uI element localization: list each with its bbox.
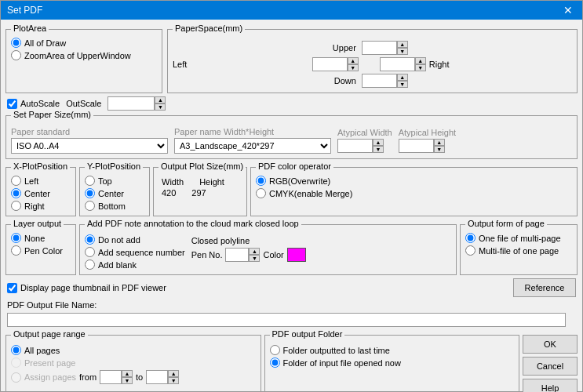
- right-up-btn[interactable]: ▲: [415, 57, 426, 64]
- from-value[interactable]: 1: [100, 370, 122, 384]
- folder-last-radio[interactable]: Folder outputted to last time: [270, 345, 515, 355]
- plot-all-input[interactable]: [11, 38, 21, 48]
- outscale-down-btn[interactable]: ▼: [155, 103, 166, 111]
- thumbnail-checkbox[interactable]: Display page thumbnail in PDF viewer: [7, 283, 166, 293]
- yplot-bottom-input[interactable]: [85, 201, 95, 211]
- right-down-btn[interactable]: ▼: [415, 64, 426, 71]
- yplot-top-radio[interactable]: Top: [85, 176, 144, 186]
- down-up-btn[interactable]: ▲: [397, 74, 408, 81]
- page-range-inner: All pages Present page Assign pages from…: [11, 345, 256, 384]
- atypical-height-up[interactable]: ▲: [434, 139, 445, 146]
- pages-all-radio[interactable]: All pages: [11, 345, 256, 355]
- layer-pencolor-radio[interactable]: Pen Color: [11, 245, 71, 256]
- xplot-left-radio[interactable]: Left: [11, 176, 71, 186]
- to-down[interactable]: ▼: [168, 377, 179, 384]
- note-donot-input[interactable]: [85, 234, 95, 245]
- paper-standard-select[interactable]: ISO A0..A4: [11, 138, 168, 154]
- row7-path: C:\Temp\DEMO.pdf: [5, 313, 578, 327]
- note-blank-radio[interactable]: Add blank: [85, 260, 185, 270]
- autoscale-checkbox[interactable]: AutoScale: [7, 99, 60, 109]
- upper-value[interactable]: 0: [362, 41, 397, 55]
- folder-input-radio[interactable]: Folder of input file opened now: [270, 358, 515, 368]
- output-multifile-radio[interactable]: Multi-file of one page: [465, 245, 572, 256]
- xplot-right-input[interactable]: [11, 201, 21, 211]
- output-form-title: Output form of page: [465, 219, 547, 228]
- upper-up-btn[interactable]: ▲: [397, 41, 408, 48]
- paper-size-group: Set Paper Size(mm) Paper standard ISO A0…: [5, 115, 578, 159]
- layer-none-radio[interactable]: None: [11, 233, 71, 243]
- xplot-left-input[interactable]: [11, 176, 21, 186]
- color-swatch[interactable]: [287, 248, 306, 262]
- ok-button[interactable]: OK: [523, 335, 578, 354]
- paper-size-title: Set Paper Size(mm): [11, 110, 93, 119]
- from-down[interactable]: ▼: [122, 377, 133, 384]
- down-value[interactable]: 0: [362, 74, 397, 88]
- down-spinner: 0 ▲ ▼: [362, 74, 377, 88]
- atypical-width-up[interactable]: ▲: [373, 139, 384, 146]
- outscale-value[interactable]: 0.7051: [107, 96, 155, 111]
- xplot-center-input[interactable]: [11, 188, 21, 198]
- pdf-cmyk-radio[interactable]: CMYK(enable Merge): [256, 188, 572, 198]
- xplot-center-radio[interactable]: Center: [11, 188, 71, 198]
- left-value[interactable]: 0: [312, 57, 348, 71]
- reference-button[interactable]: Reference: [513, 278, 576, 297]
- thumbnail-input[interactable]: [7, 283, 17, 293]
- left-spinner: 0 ▲ ▼: [312, 57, 359, 71]
- autoscale-input[interactable]: [7, 99, 17, 109]
- yplot-bottom-radio[interactable]: Bottom: [85, 201, 144, 211]
- pages-all-input[interactable]: [11, 345, 21, 355]
- to-value[interactable]: 1: [146, 370, 168, 384]
- pdf-cmyk-input[interactable]: [256, 188, 266, 198]
- down-down-btn[interactable]: ▼: [397, 81, 408, 88]
- color-label: Color: [263, 250, 283, 260]
- pdf-rgb-radio[interactable]: RGB(Overwrite): [256, 176, 572, 186]
- note-donot-radio[interactable]: Do not add: [85, 234, 185, 245]
- outscale-spinner: 0.7051 ▲ ▼: [107, 96, 166, 111]
- cancel-button[interactable]: Cancel: [523, 357, 578, 376]
- atypical-height-label: Atypical Height: [399, 128, 456, 137]
- pen-no-value[interactable]: 6: [225, 248, 249, 262]
- layer-pencolor-input[interactable]: [11, 245, 21, 256]
- plot-zoom-input[interactable]: [11, 50, 21, 60]
- folder-last-input[interactable]: [270, 345, 280, 355]
- right-value[interactable]: 0: [380, 57, 415, 71]
- pdf-rgb-input[interactable]: [256, 176, 266, 186]
- plot-zoom-radio[interactable]: ZoomArea of UpperWindow: [11, 50, 157, 60]
- paper-name-select[interactable]: A3_Landscape_420*297: [174, 138, 331, 154]
- pages-present-input[interactable]: [11, 358, 21, 368]
- note-seq-radio[interactable]: Add sequence number: [85, 247, 185, 257]
- pdf-output-path[interactable]: C:\Temp\DEMO.pdf: [7, 313, 566, 327]
- xplot-right-radio[interactable]: Right: [11, 201, 71, 211]
- atypical-height-down[interactable]: ▼: [434, 146, 445, 153]
- pen-no-up[interactable]: ▲: [249, 248, 260, 255]
- output-multifile-input[interactable]: [465, 245, 476, 256]
- note-seq-input[interactable]: [85, 247, 95, 257]
- row6-label: PDF Output File Name:: [5, 300, 578, 310]
- outscale-up-btn[interactable]: ▲: [155, 96, 166, 103]
- close-button[interactable]: ✕: [560, 4, 576, 16]
- pages-present-radio[interactable]: Present page: [11, 358, 256, 368]
- output-multipage-radio[interactable]: One file of multi-page: [465, 233, 572, 243]
- yplot-group: Y-PlotPosition Top Center Bottom: [79, 167, 150, 216]
- left-up-btn[interactable]: ▲: [348, 57, 359, 64]
- pen-no-down[interactable]: ▼: [249, 255, 260, 262]
- plot-area-title: PlotArea: [11, 24, 49, 33]
- to-up[interactable]: ▲: [168, 370, 179, 377]
- atypical-width-value[interactable]: 420: [337, 139, 373, 153]
- yplot-top-input[interactable]: [85, 176, 95, 186]
- plot-all-radio[interactable]: All of Draw: [11, 38, 157, 48]
- help-button[interactable]: Help: [523, 379, 578, 392]
- atypical-height-value[interactable]: 297: [399, 139, 434, 153]
- left-down-btn[interactable]: ▼: [348, 64, 359, 71]
- pages-assign-input[interactable]: [11, 372, 21, 383]
- output-size-title: Output Plot Size(mm): [159, 162, 246, 171]
- output-multipage-input[interactable]: [465, 233, 476, 243]
- layer-none-input[interactable]: [11, 233, 21, 243]
- note-blank-input[interactable]: [85, 260, 95, 270]
- yplot-center-radio[interactable]: Center: [85, 188, 144, 198]
- atypical-width-down[interactable]: ▼: [373, 146, 384, 153]
- folder-input-input[interactable]: [270, 358, 280, 368]
- yplot-center-input[interactable]: [85, 188, 95, 198]
- from-up[interactable]: ▲: [122, 370, 133, 377]
- upper-down-btn[interactable]: ▼: [397, 48, 408, 55]
